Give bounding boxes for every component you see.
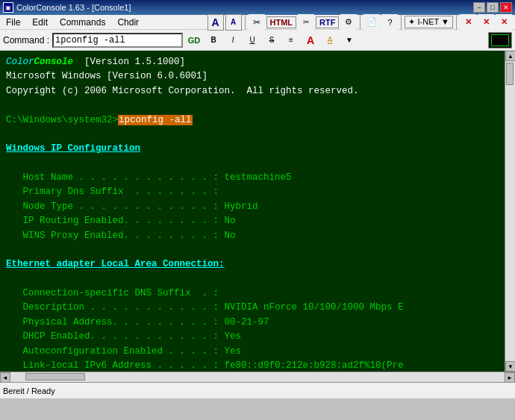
menu-commands[interactable]: Commands [54,16,111,29]
tool-x3[interactable]: ✕ [496,14,512,31]
command-label: Command : [3,35,49,46]
toolbar-sep-2 [360,15,360,30]
inet-label: ✦ I-NET ▼ [408,17,449,27]
font-larger-button[interactable]: A [207,14,224,31]
scroll-left-button[interactable]: ◄ [0,372,10,383]
cmd-underline[interactable]: U [244,32,260,48]
close-button[interactable]: ✕ [500,2,512,13]
terminal-icon[interactable] [488,32,512,48]
titlebar-buttons[interactable]: − □ ✕ [473,2,512,13]
maximize-button[interactable]: □ [487,2,499,13]
cmd-bold[interactable]: B [205,32,222,48]
toolbar-sep-1 [245,15,246,30]
tool-x2[interactable]: ✕ [478,14,494,31]
inet-button[interactable]: ✦ I-NET ▼ [405,16,453,28]
cmd-align[interactable]: ≡ [283,32,299,48]
menu-file[interactable]: File [0,16,26,29]
scroll-up-button[interactable]: ▲ [505,51,515,61]
scroll-right-button[interactable]: ► [505,372,515,383]
html-icon[interactable]: ✂ [298,14,314,31]
cmdbar: Command : GD B I U S ≡ A A ▼ [0,30,515,51]
cmd-dropdown-arrow[interactable]: ▼ [341,32,358,48]
settings-icon[interactable]: ⚙ [340,14,357,31]
cmd-highlight[interactable]: A [322,32,338,48]
tool-x1[interactable]: ✕ [460,14,476,31]
cmd-color-a[interactable]: A [302,32,319,48]
titlebar-title: ColorConsole 1.63 - [Console1] [16,3,131,12]
scroll-down-button[interactable]: ▼ [505,361,515,372]
hscroll-thumb[interactable] [25,373,85,380]
terminal-output[interactable]: ColorConsole [Version 1.5.1000] Microsof… [0,51,505,372]
cmd-go[interactable]: GD [186,32,202,48]
titlebar-left: ▣ ColorConsole 1.63 - [Console1] [3,2,131,13]
horizontal-scrollbar[interactable]: ◄ ► [0,372,515,382]
app-icon: ▣ [3,2,13,13]
vertical-scrollbar[interactable]: ▲ ▼ [505,51,515,372]
scissors-icon[interactable]: ✂ [249,14,265,31]
terminal-container: ColorConsole [Version 1.5.1000] Microsof… [0,51,515,372]
open-icon[interactable]: 📄 [363,14,380,31]
toolbar-sep-3 [401,15,402,30]
titlebar: ▣ ColorConsole 1.63 - [Console1] − □ ✕ [0,0,515,15]
command-input[interactable] [52,33,183,48]
menu-edit[interactable]: Edit [26,16,54,29]
menu-chdir[interactable]: Chdir [111,16,145,29]
statusbar: Bereit / Ready [0,382,515,398]
minimize-button[interactable]: − [473,2,485,13]
help-icon[interactable]: ? [381,14,398,31]
scroll-thumb[interactable] [506,63,514,85]
font-smaller-button[interactable]: A [225,14,242,31]
cmd-italic[interactable]: I [225,32,241,48]
status-text: Bereit / Ready [3,386,55,395]
menubar: File Edit Commands Chdir A A ✂ HTML ✂ RT… [0,15,515,30]
rtf-button[interactable]: RTF [316,16,339,28]
toolbar-sep-4 [456,15,457,30]
scroll-track[interactable] [505,61,515,361]
hscroll-track[interactable] [10,372,505,382]
html-button[interactable]: HTML [266,16,297,28]
cmd-strikethrough[interactable]: S [263,32,280,48]
